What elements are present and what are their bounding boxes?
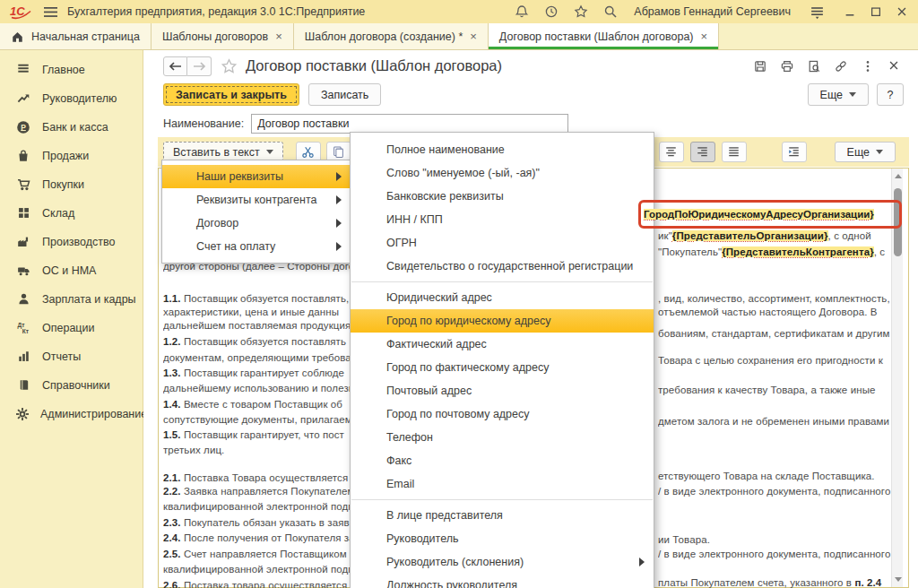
service-menu-icon[interactable] xyxy=(810,4,825,20)
tab-close-icon[interactable]: × xyxy=(701,30,708,42)
document-line: сопутствующие документы, прилагаем xyxy=(163,413,352,426)
link-icon[interactable] xyxy=(834,59,848,74)
dtkt-icon: ДтКт xyxy=(15,321,31,336)
sidebar-item-book[interactable]: Справочники xyxy=(0,371,143,400)
document-line: третьих лиц. xyxy=(163,444,352,456)
insert-submenu-item[interactable]: Должность руководителя xyxy=(351,574,654,588)
save-icon[interactable] xyxy=(753,59,767,74)
insert-submenu-item[interactable]: Email xyxy=(351,472,654,496)
preview-icon[interactable] xyxy=(807,59,821,74)
sidebar-item-label: Администрирование xyxy=(40,408,147,420)
close-icon[interactable] xyxy=(896,5,909,19)
sidebar-item-cart[interactable]: Покупки xyxy=(0,170,143,199)
sidebar-item-ruble[interactable]: РБанк и касса xyxy=(0,113,143,142)
save-and-close-button[interactable]: Записать и закрыть xyxy=(163,83,299,106)
document-line: платы Покупателем счета, указанного в п.… xyxy=(658,576,891,588)
insert-menu-item[interactable]: Наши реквизиты xyxy=(162,165,351,188)
vertical-scrollbar[interactable] xyxy=(891,169,903,587)
insert-submenu-item[interactable]: Банковские реквизиты xyxy=(351,185,654,208)
back-button[interactable] xyxy=(163,56,187,76)
insert-submenu-item[interactable]: В лице представителя xyxy=(351,504,654,527)
sidebar-item-label: Руководителю xyxy=(42,92,117,105)
tab-label: Шаблон договора (создание) * xyxy=(305,30,463,43)
sidebar-item-bag[interactable]: Продажи xyxy=(0,142,143,170)
document-text: Поставщик обязуется поставлять, xyxy=(181,293,350,304)
minimize-icon[interactable] xyxy=(844,5,857,19)
document-line: дметом залога и не обременен иными права… xyxy=(658,415,891,428)
scroll-up-icon[interactable] xyxy=(895,174,902,178)
align-center-button[interactable] xyxy=(659,142,684,162)
document-text: 1.4. xyxy=(163,399,181,410)
document-line: ик"{ПредставительОрганизации}, с одной xyxy=(658,229,891,242)
sidebar-item-sections[interactable]: Главное xyxy=(0,56,143,84)
insert-submenu-item[interactable]: Почтовый адрес xyxy=(351,379,654,402)
scroll-down-icon[interactable] xyxy=(895,577,902,582)
insert-menu-item[interactable]: Счет на оплату xyxy=(162,235,351,258)
document-text: , с xyxy=(874,246,885,257)
tab-close-icon[interactable]: × xyxy=(470,30,477,42)
chevron-down-icon xyxy=(876,150,883,154)
sidebar-item-gear[interactable]: Администрирование xyxy=(0,400,143,428)
insert-submenu-item[interactable]: Полное наименование xyxy=(351,138,654,161)
insert-submenu-item[interactable]: Руководитель (склонения) xyxy=(351,550,654,574)
sidebar-item-person[interactable]: Зарплата и кадры xyxy=(0,285,143,314)
tab-3[interactable]: Шаблон договора (создание) *× xyxy=(294,23,489,49)
star-icon[interactable] xyxy=(574,4,589,20)
menu-separator xyxy=(351,499,653,500)
insert-submenu-item[interactable]: Город по юридическому адресу xyxy=(351,309,654,333)
bag-icon xyxy=(15,149,31,164)
insert-submenu-item[interactable]: Слово "именуемое (-ый, -ая)" xyxy=(351,161,654,185)
align-right-button[interactable] xyxy=(690,142,715,162)
favorite-star-icon[interactable] xyxy=(221,58,238,74)
document-line: отъемлемой частью настоящего Договора. В xyxy=(658,306,891,318)
sidebar-item-label: Зарплата и кадры xyxy=(42,293,136,306)
sidebar-item-factory[interactable]: Производство xyxy=(0,228,143,256)
sidebar-item-grid[interactable]: Склад xyxy=(0,199,143,228)
insert-submenu-item[interactable]: Город по фактическому адресу xyxy=(351,356,654,379)
insert-menu-item[interactable]: Реквизиты контрагента xyxy=(162,188,351,212)
tab-1[interactable]: Начальная страница xyxy=(0,23,152,49)
insert-submenu-item[interactable]: Фактический адрес xyxy=(351,333,654,356)
help-button[interactable]: ? xyxy=(877,83,904,106)
insert-submenu-item[interactable]: ИНН / КПП xyxy=(351,208,654,231)
current-user[interactable]: Абрамов Геннадий Сергеевич xyxy=(634,5,791,18)
main-menu-icon[interactable] xyxy=(42,4,58,19)
insert-submenu-item[interactable]: Город по почтовому адресу xyxy=(351,402,654,426)
sidebar-item-trend[interactable]: Руководителю xyxy=(0,84,143,113)
save-button[interactable]: Записать xyxy=(308,83,381,106)
insert-menu-item[interactable]: Договор xyxy=(162,212,351,235)
document-line: бованиям, стандартам, сертификатам и дру… xyxy=(658,327,891,340)
more-button[interactable]: Еще xyxy=(808,83,869,106)
menu-item-label: Банковские реквизиты xyxy=(386,190,504,203)
forward-button[interactable] xyxy=(187,56,212,76)
sidebar-item-truck[interactable]: ОС и НМА xyxy=(0,256,143,285)
tab-4[interactable]: Договор поставки (Шаблон договора)× xyxy=(489,23,719,49)
insert-submenu-item[interactable]: ОГРН xyxy=(351,231,654,255)
close-icon[interactable] xyxy=(888,59,902,74)
toolbar-more-button[interactable]: Еще xyxy=(835,142,896,162)
name-input[interactable] xyxy=(251,114,568,134)
history-icon[interactable] xyxy=(544,4,559,20)
align-justify-button[interactable] xyxy=(722,142,747,162)
menu-item-label: Юридический адрес xyxy=(386,291,492,304)
factory-icon xyxy=(15,235,31,250)
kebab-icon[interactable] xyxy=(861,59,875,74)
insert-submenu-item[interactable]: Руководитель xyxy=(351,527,654,550)
tab-close-icon[interactable]: × xyxy=(275,30,282,42)
maximize-icon[interactable] xyxy=(870,5,883,19)
insert-submenu-item[interactable]: Юридический адрес xyxy=(351,286,654,309)
tab-2[interactable]: Шаблоны договоров× xyxy=(152,23,294,49)
bell-icon[interactable] xyxy=(515,4,530,20)
svg-text:Кт: Кт xyxy=(22,328,29,334)
insert-submenu-item[interactable]: Факс xyxy=(351,449,654,472)
insert-submenu-item[interactable]: Свидетельство о государственной регистра… xyxy=(351,255,654,278)
sidebar-item-bars[interactable]: Отчеты xyxy=(0,342,143,371)
insert-submenu-item[interactable]: Телефон xyxy=(351,426,654,449)
indent-button[interactable] xyxy=(782,142,807,162)
print-icon[interactable] xyxy=(780,59,794,74)
search-icon[interactable] xyxy=(603,4,619,20)
document-text: , с одной xyxy=(828,230,871,241)
sidebar-item-dtkt[interactable]: ДтКтОперации xyxy=(0,314,143,342)
sidebar-item-label: Производство xyxy=(42,236,116,248)
submenu-arrow-icon xyxy=(336,219,342,228)
